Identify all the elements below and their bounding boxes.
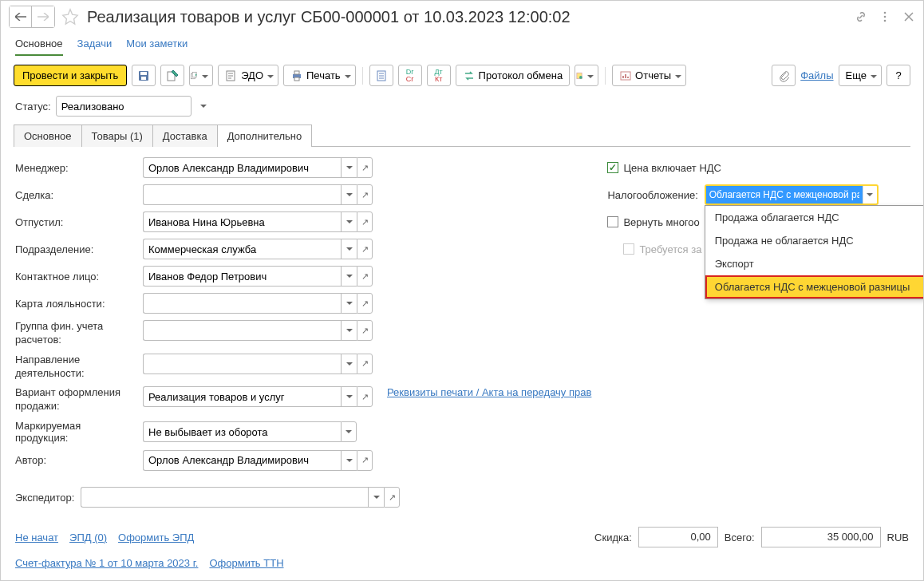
deal-input[interactable] [143, 184, 341, 205]
variant-input[interactable] [143, 386, 341, 407]
taxation-option-1[interactable]: Продажа облагается НДС [705, 206, 923, 229]
direction-open[interactable]: ↗ [357, 354, 373, 374]
loyalty-chevron[interactable] [341, 293, 357, 314]
department-chevron[interactable] [341, 239, 357, 259]
form-ttn-link[interactable]: Оформить ТТН [209, 557, 283, 569]
doc-lines-icon [375, 69, 388, 82]
topnav-tasks[interactable]: Задачи [77, 33, 113, 56]
direction-chevron[interactable] [341, 354, 357, 374]
topnav-notes[interactable]: Мои заметки [126, 33, 188, 56]
manager-open[interactable]: ↗ [357, 157, 373, 178]
edo-button[interactable]: ЭДО [218, 65, 278, 86]
return-reusable-checkbox[interactable] [607, 216, 618, 227]
reports-button[interactable]: Отчеты [612, 65, 686, 86]
save-icon [137, 69, 150, 82]
taxation-input[interactable] [706, 186, 863, 204]
svg-point-15 [579, 76, 582, 79]
more-button[interactable]: Еще [839, 65, 882, 86]
page-title: Реализация товаров и услуг СБ00-000001 о… [87, 8, 850, 26]
subtab-goods[interactable]: Товары (1) [81, 125, 153, 147]
deal-open[interactable]: ↗ [357, 184, 373, 205]
subtab-additional[interactable]: Дополнительно [217, 125, 313, 147]
star-icon[interactable] [60, 8, 79, 26]
attach-button[interactable] [772, 65, 796, 86]
svg-rect-17 [622, 76, 624, 78]
author-open[interactable]: ↗ [357, 450, 373, 471]
released-chevron[interactable] [341, 211, 357, 232]
released-open[interactable]: ↗ [357, 211, 373, 232]
contact-chevron[interactable] [341, 266, 357, 287]
post-button[interactable] [160, 65, 184, 86]
taxation-option-2[interactable]: Продажа не облагается НДС [705, 229, 923, 252]
author-input[interactable] [143, 450, 341, 471]
fingroup-open[interactable]: ↗ [357, 320, 373, 341]
link-icon[interactable] [855, 10, 867, 23]
subtab-main[interactable]: Основное [14, 125, 82, 147]
nav-forward-button[interactable] [32, 6, 54, 27]
debit-credit-button[interactable]: DrCr [398, 65, 422, 86]
reports-label: Отчеты [635, 69, 671, 81]
epd-link[interactable]: ЭПД (0) [69, 532, 107, 543]
help-button[interactable]: ? [886, 65, 910, 86]
reports-icon [619, 69, 632, 82]
invoice-link[interactable]: Счет-фактура № 1 от 10 марта 2023 г. [15, 557, 198, 569]
save-button[interactable] [132, 65, 156, 86]
kebab-menu-icon[interactable] [879, 10, 891, 23]
create-based-on-button[interactable] [189, 65, 213, 86]
deal-chevron[interactable] [341, 184, 357, 205]
expeditor-open[interactable]: ↗ [384, 487, 400, 508]
author-chevron[interactable] [341, 450, 357, 471]
direction-label: Направление деятельности: [15, 354, 136, 381]
svg-rect-11 [294, 71, 299, 74]
author-label: Автор: [15, 454, 136, 466]
loyalty-open[interactable]: ↗ [357, 293, 373, 314]
files-link[interactable]: Файлы [800, 69, 833, 81]
nav-back-button[interactable] [10, 6, 32, 27]
department-input[interactable] [143, 239, 341, 259]
status-field[interactable] [57, 97, 200, 116]
discount-label: Скидка: [594, 532, 632, 543]
fingroup-chevron[interactable] [341, 320, 357, 341]
subtab-delivery[interactable]: Доставка [152, 125, 218, 147]
variant-open[interactable]: ↗ [357, 386, 373, 407]
form-epd-link[interactable]: Оформить ЭПД [118, 532, 194, 543]
status-chevron[interactable] [200, 97, 207, 116]
deal-label: Сделка: [15, 189, 136, 201]
department-open[interactable]: ↗ [357, 239, 373, 259]
taxation-option-4[interactable]: Облагается НДС с межценовой разницы [705, 275, 923, 298]
fingroup-input[interactable] [143, 320, 341, 341]
taxation-chevron[interactable] [863, 186, 877, 204]
additional-action-button[interactable] [575, 65, 598, 86]
debit-credit-alt-button[interactable]: ДтКт [427, 65, 451, 86]
expeditor-input[interactable] [81, 487, 368, 508]
not-started-link[interactable]: Не начат [15, 532, 58, 543]
taxation-option-3[interactable]: Экспорт [705, 252, 923, 275]
fingroup-label: Группа фин. учета расчетов: [15, 320, 136, 347]
dr-cr-icon: DrCr [406, 69, 414, 83]
direction-input[interactable] [143, 354, 341, 374]
post-and-close-button[interactable]: Провести и закрыть [14, 65, 127, 86]
taxation-label: Налогообложение: [607, 189, 697, 201]
marked-chevron[interactable] [341, 421, 357, 442]
print-button[interactable]: Печать [283, 65, 356, 86]
price-includes-vat-checkbox[interactable] [607, 162, 618, 173]
report-icon-button-1[interactable] [369, 65, 393, 86]
protocol-button[interactable]: Протокол обмена [456, 65, 571, 86]
deposit-required-label: Требуется за [639, 243, 701, 255]
contact-open[interactable]: ↗ [357, 266, 373, 287]
svg-rect-5 [141, 77, 146, 80]
released-label: Отпустил: [15, 216, 136, 228]
print-details-link[interactable]: Реквизиты печати / Акта на передачу прав [387, 386, 591, 398]
taxation-dropdown: Продажа облагается НДС Продажа не облага… [705, 205, 923, 299]
variant-chevron[interactable] [341, 386, 357, 407]
close-icon[interactable] [902, 10, 915, 23]
loyalty-input[interactable] [143, 293, 341, 314]
manager-input[interactable] [143, 157, 341, 178]
manager-chevron[interactable] [341, 157, 357, 178]
marked-input[interactable] [143, 421, 341, 442]
contact-input[interactable] [143, 266, 341, 287]
expeditor-chevron[interactable] [368, 487, 384, 508]
manager-label: Менеджер: [15, 162, 136, 174]
released-input[interactable] [143, 211, 341, 232]
topnav-main[interactable]: Основное [15, 33, 63, 56]
